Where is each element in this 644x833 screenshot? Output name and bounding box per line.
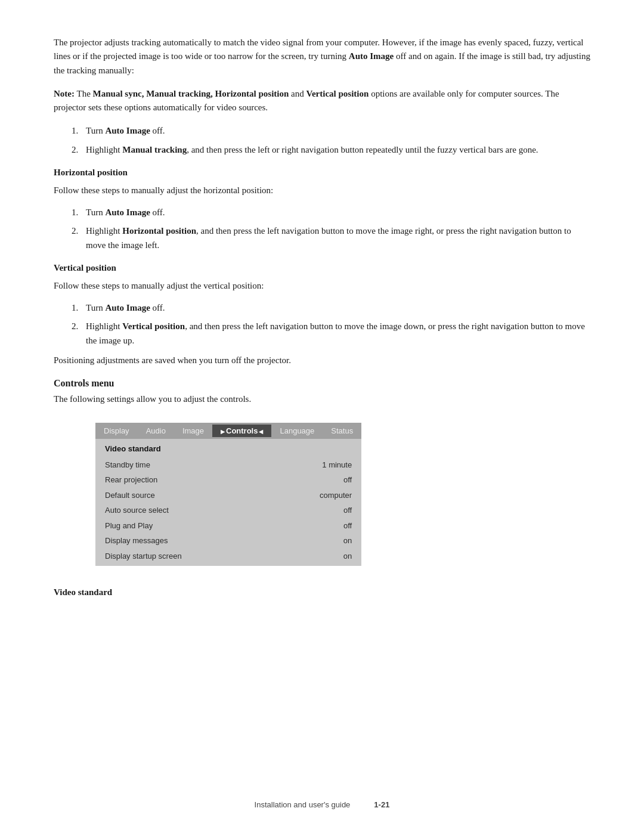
step-2: Highlight Manual tracking, and then pres…: [72, 143, 590, 157]
v-step-2: Highlight Vertical position, and then pr…: [72, 320, 590, 348]
plug-and-play-label: Plug and Play: [105, 520, 153, 532]
vertical-intro: Follow these steps to manually adjust th…: [54, 279, 590, 293]
display-startup-screen-label: Display startup screen: [105, 550, 182, 562]
menu-container: Display Audio Image Controls Language St…: [95, 423, 361, 566]
menu-dropdown: Video standard Standby time 1 minute Rea…: [95, 439, 361, 566]
menu-item-default-source[interactable]: Default source computer: [95, 488, 361, 503]
page: The projector adjusts tracking automatic…: [0, 0, 644, 833]
display-startup-screen-value: on: [343, 550, 352, 562]
default-source-label: Default source: [105, 490, 155, 501]
display-messages-label: Display messages: [105, 535, 168, 547]
vertical-section: Vertical position Follow these steps to …: [54, 263, 590, 348]
plug-and-play-value: off: [343, 520, 352, 532]
footer-page: 1-21: [374, 800, 389, 809]
video-standard-section-heading: Video standard: [54, 587, 590, 597]
v-step-1: Turn Auto Image off.: [72, 301, 590, 315]
note-block: Note: The Manual sync, Manual tracking, …: [54, 87, 590, 115]
menu-item-standby-time[interactable]: Standby time 1 minute: [95, 457, 361, 473]
controls-menu-section: Controls menu The following settings all…: [54, 378, 590, 577]
positioning-note: Positioning adjustments are saved when y…: [54, 354, 590, 367]
footer-text: Installation and user's guide: [255, 800, 351, 809]
menu-item-plug-and-play[interactable]: Plug and Play off: [95, 518, 361, 534]
horizontal-heading: Horizontal position: [54, 168, 590, 178]
menu-item-display-startup-screen[interactable]: Display startup screen on: [95, 549, 361, 564]
menu-item-auto-source-select[interactable]: Auto source select off: [95, 503, 361, 518]
standby-time-value: 1 minute: [322, 459, 352, 471]
horizontal-section: Horizontal position Follow these steps t…: [54, 168, 590, 252]
standby-time-label: Standby time: [105, 459, 150, 471]
rear-projection-value: off: [343, 474, 352, 486]
menu-language[interactable]: Language: [271, 425, 323, 437]
vertical-steps: Turn Auto Image off. Highlight Vertical …: [72, 301, 590, 348]
controls-intro: The following settings allow you to adju…: [54, 392, 590, 406]
menu-item-display-messages[interactable]: Display messages on: [95, 533, 361, 549]
horizontal-intro: Follow these steps to manually adjust th…: [54, 184, 590, 197]
rear-projection-label: Rear projection: [105, 474, 157, 486]
h-step-2: Highlight Horizontal position, and then …: [72, 224, 590, 252]
controls-heading: Controls menu: [54, 378, 590, 389]
menu-bar: Display Audio Image Controls Language St…: [95, 423, 361, 439]
tracking-steps: Turn Auto Image off. Highlight Manual tr…: [72, 124, 590, 157]
menu-item-video-standard-header[interactable]: Video standard: [95, 441, 361, 457]
menu-controls[interactable]: Controls: [212, 425, 271, 437]
intro-paragraph: The projector adjusts tracking automatic…: [54, 36, 590, 78]
step-1: Turn Auto Image off.: [72, 124, 590, 138]
menu-display[interactable]: Display: [95, 425, 138, 437]
h-step-1: Turn Auto Image off.: [72, 206, 590, 219]
menu-label-video-standard: Video standard: [105, 443, 161, 455]
default-source-value: computer: [320, 490, 352, 501]
menu-audio[interactable]: Audio: [138, 425, 174, 437]
note-label: Note:: [54, 89, 75, 98]
display-messages-value: on: [343, 535, 352, 547]
menu-image[interactable]: Image: [174, 425, 212, 437]
auto-source-select-value: off: [343, 504, 352, 516]
horizontal-steps: Turn Auto Image off. Highlight Horizonta…: [72, 206, 590, 252]
menu-status[interactable]: Status: [323, 425, 361, 437]
menu-item-rear-projection[interactable]: Rear projection off: [95, 472, 361, 488]
auto-source-select-label: Auto source select: [105, 504, 169, 516]
vertical-heading: Vertical position: [54, 263, 590, 273]
footer: Installation and user's guide 1-21: [0, 800, 644, 809]
